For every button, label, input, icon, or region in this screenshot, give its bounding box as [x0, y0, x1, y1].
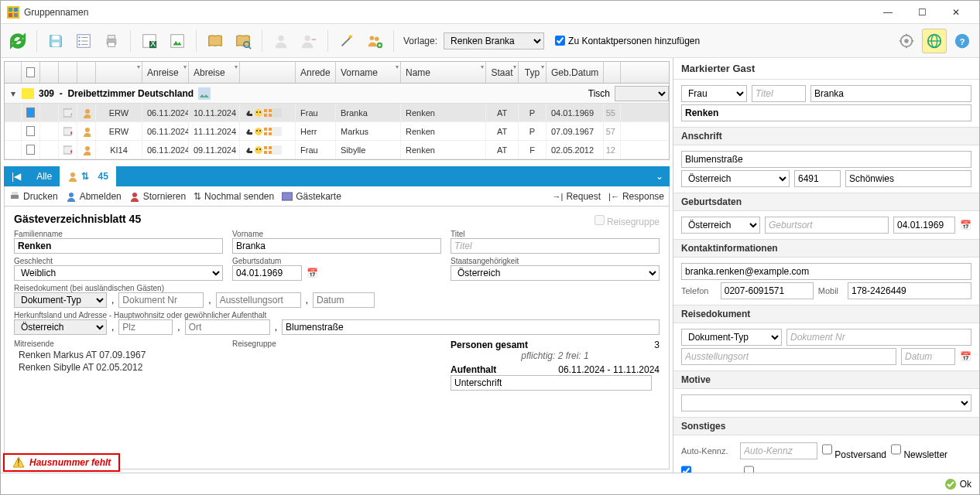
svg-rect-73: [269, 146, 272, 149]
col-name[interactable]: Name▾: [401, 62, 486, 83]
resend-action[interactable]: ⇅Nochmal senden: [194, 191, 274, 202]
plz-input-right[interactable]: [794, 170, 841, 187]
ort-input-right[interactable]: [845, 170, 971, 187]
grid-group-row[interactable]: ▾ 309 - Dreibettzimmer Deutschland Tisch: [5, 84, 669, 104]
abmelden-action[interactable]: Abmelden: [66, 191, 122, 202]
export-excel-button[interactable]: X: [137, 29, 162, 53]
col-abreise[interactable]: Abreise▾: [189, 62, 240, 83]
svg-rect-78: [11, 195, 19, 199]
tisch-select[interactable]: [615, 86, 669, 101]
calendar-icon[interactable]: 📅: [960, 351, 971, 362]
familienname-input[interactable]: [14, 238, 223, 254]
strasse-input[interactable]: [282, 319, 660, 335]
vorlage-select[interactable]: Renken Branka: [444, 32, 544, 50]
titel-input[interactable]: [451, 238, 660, 254]
help-button[interactable]: ?: [950, 29, 975, 53]
calendar-icon[interactable]: 📅: [307, 268, 318, 278]
person-remove-button[interactable]: [296, 29, 321, 53]
geb-land-select[interactable]: Österreich: [681, 217, 760, 234]
select-all-checkbox[interactable]: [26, 67, 35, 77]
settings-button[interactable]: [894, 29, 919, 53]
auto-input[interactable]: [740, 442, 817, 459]
land-select-right[interactable]: Österreich: [681, 170, 790, 187]
response-action[interactable]: |← Response: [608, 191, 664, 202]
ausstellungsort-input[interactable]: [216, 292, 301, 308]
gastekarte-action[interactable]: Gästekarte: [282, 191, 341, 202]
svg-rect-79: [12, 192, 18, 195]
save-button[interactable]: [43, 29, 68, 53]
geb-ort-input[interactable]: [765, 217, 889, 234]
expand-icon[interactable]: ▾: [9, 88, 17, 99]
tab-alle[interactable]: Alle: [29, 166, 60, 186]
table-row[interactable]: ERW 06.11.2024 10.11.2024 Frau Branka Re…: [5, 104, 669, 122]
globe-button[interactable]: [922, 29, 947, 53]
collapse-icon[interactable]: ⌄: [649, 171, 670, 182]
detail-panel: Markierter Gast Frau Anschrift Österreic…: [673, 58, 979, 473]
staats-select[interactable]: Österreich: [451, 265, 660, 281]
ok-button[interactable]: Ok: [944, 478, 971, 490]
geburtsdatum-input[interactable]: [232, 265, 302, 281]
book-search-button[interactable]: [231, 29, 255, 53]
col-vorname[interactable]: Vorname▾: [336, 62, 401, 83]
book-button[interactable]: [203, 29, 228, 53]
col-anrede[interactable]: Anrede: [296, 62, 336, 83]
ort-input[interactable]: [185, 319, 270, 335]
land-select[interactable]: Österreich: [14, 319, 107, 335]
group-add-button[interactable]: [362, 29, 387, 53]
row-checkbox[interactable]: [26, 145, 35, 155]
titel-input-right[interactable]: [752, 85, 806, 102]
print-button[interactable]: [99, 29, 124, 53]
svg-rect-53: [269, 114, 272, 117]
export-sheet-button[interactable]: [165, 29, 190, 53]
row-checkbox[interactable]: [26, 126, 35, 136]
calendar-icon[interactable]: 📅: [960, 220, 971, 230]
add-contact-checkbox[interactable]: Zu Kontaktpersonen hinzufügen: [555, 36, 700, 46]
street-input[interactable]: [681, 151, 971, 168]
dok-typ-select[interactable]: Dokument-Typ: [14, 292, 107, 308]
close-button[interactable]: ✕: [939, 2, 973, 23]
first-button[interactable]: |◀: [4, 166, 29, 186]
geb-datum-input[interactable]: [893, 217, 955, 234]
vorname-input-right[interactable]: [810, 85, 971, 102]
postversand-checkbox[interactable]: Postversand: [822, 441, 886, 460]
person-button[interactable]: [269, 29, 293, 53]
gastekarte-checkbox[interactable]: Gästekarte: [681, 463, 739, 473]
svg-rect-2: [14, 8, 18, 12]
minimize-button[interactable]: —: [871, 2, 905, 23]
col-geb[interactable]: Geb.Datum: [547, 62, 604, 83]
dok-nr-input-right[interactable]: [786, 329, 971, 346]
mobil-input[interactable]: [848, 282, 971, 299]
request-action[interactable]: →| Request: [553, 191, 601, 202]
dat-input-right[interactable]: [901, 348, 955, 365]
plz-input[interactable]: [118, 319, 173, 335]
email-input[interactable]: [681, 263, 971, 280]
tel-input[interactable]: [721, 282, 814, 299]
ausblenden-checkbox[interactable]: In Gästekartei ausblenden: [744, 463, 865, 473]
maximize-button[interactable]: ☐: [905, 2, 939, 23]
group-photo-icon: [198, 87, 211, 100]
col-staat[interactable]: Staat▾: [486, 62, 519, 83]
wand-button[interactable]: [334, 29, 359, 53]
reisegruppe-checkbox[interactable]: Reisegruppe: [595, 215, 660, 227]
list-button[interactable]: [71, 29, 96, 53]
col-typ[interactable]: Typ▾: [519, 62, 547, 83]
dok-nr-input[interactable]: [118, 292, 204, 308]
motive-select[interactable]: [681, 394, 971, 411]
dok-typ-select-right[interactable]: Dokument-Typ: [681, 329, 782, 346]
table-row[interactable]: KI14 06.11.2024 09.11.2024 Frau Sibylle …: [5, 141, 669, 159]
print-action[interactable]: Drucken: [9, 191, 58, 202]
anrede-select[interactable]: Frau: [681, 85, 747, 102]
aus-input-right[interactable]: [681, 348, 896, 365]
newsletter-checkbox[interactable]: Newsletter: [891, 441, 947, 460]
grid-header: ▾ Anreise▾ Abreise▾ Anrede Vorname▾ Name…: [5, 62, 669, 84]
table-row[interactable]: ERW 06.11.2024 11.11.2024 Herr Markus Re…: [5, 122, 669, 141]
tab-current[interactable]: ⇅ 45: [60, 166, 116, 186]
dok-datum-input[interactable]: [313, 292, 375, 308]
refresh-button[interactable]: [5, 29, 30, 53]
col-anreise[interactable]: Anreise▾: [142, 62, 189, 83]
stornieren-action[interactable]: Stornieren: [129, 191, 186, 202]
row-checkbox[interactable]: [26, 108, 35, 118]
geschlecht-select[interactable]: Weiblich: [14, 265, 223, 281]
nachname-input[interactable]: [681, 104, 971, 121]
vorname-input[interactable]: [232, 238, 441, 254]
